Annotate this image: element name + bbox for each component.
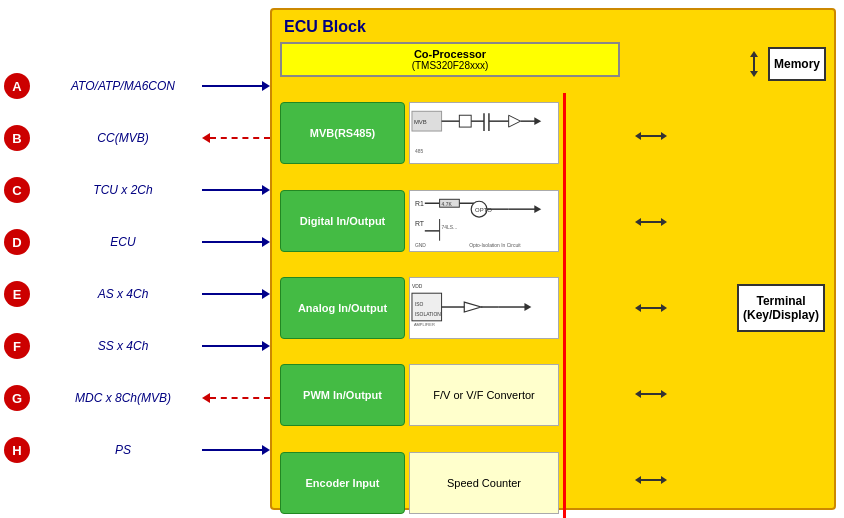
arrow-line-d [202,241,262,243]
arrow-dashed-left-b [202,133,270,143]
signal-label-f: SS x 4Ch [44,339,202,353]
badge-c: C [4,177,30,203]
red-vertical-line [563,93,566,518]
main-container: A ATO/ATP/MA6CON B CC(MVB) [0,0,844,518]
co-processor-bar: Co-Processor (TMS320F28xxx) [280,42,620,77]
svg-text:485: 485 [415,149,423,154]
signal-label-g: MDC x 8Ch(MVB) [44,391,202,405]
arrowhead-digital-right [661,218,667,226]
co-processor-subtitle: (TMS320F28xxx) [286,60,614,71]
analog-circuit-svg: VDD ISO ISOLATION AMPLIFIER [410,278,558,338]
module-pwm[interactable]: PWM In/Output [280,364,405,426]
arrow-line-f [202,345,262,347]
digital-circuit-svg: R1 4.7K OPTO RT 74LS... GND Opto-Isol [410,191,558,251]
arrow-solid-right-f [202,341,270,351]
badge-f: F [4,333,30,359]
svg-marker-10 [534,117,541,125]
arrow-digital-right [635,218,667,226]
arrow-line-e [202,293,262,295]
arrow-e [202,289,270,299]
signal-row-e: E AS x 4Ch [0,268,270,320]
module-digital[interactable]: Digital In/Output [280,190,405,252]
signal-row-d: D ECU [0,216,270,268]
v-arrow-dn-mem [750,71,758,77]
diagrams-column: MVB 485 R [409,93,559,518]
module-encoder[interactable]: Encoder Input [280,452,405,514]
arrow-line-c [202,189,262,191]
arrowhead-pwm-right [661,390,667,398]
arrow-b [202,133,270,143]
right-arrows-column [570,93,732,518]
signal-label-h: PS [44,443,202,457]
svg-text:OPTO: OPTO [475,207,492,213]
arrow-line-pwm [641,393,661,395]
diagram-digital: R1 4.7K OPTO RT 74LS... GND Opto-Isol [409,190,559,252]
signal-label-b: CC(MVB) [44,131,202,145]
mvb-circuit-svg: MVB 485 [410,103,558,163]
arrow-line-a [202,85,262,87]
arrow-c [202,185,270,195]
badge-h: H [4,437,30,463]
arrowhead-a [262,81,270,91]
co-processor-title: Co-Processor [286,48,614,60]
arrow-f [202,341,270,351]
module-mvb[interactable]: MVB(RS485) [280,102,405,164]
arrow-mvb-right [635,132,667,140]
arrow-a [202,81,270,91]
badge-b: B [4,125,30,151]
diagram-mvb: MVB 485 [409,102,559,164]
badge-d: D [4,229,30,255]
diagram-encoder: Speed Counter [409,452,559,514]
left-panel: A ATO/ATP/MA6CON B CC(MVB) [0,0,270,518]
svg-text:74LS...: 74LS... [442,224,458,229]
signal-row-c: C TCU x 2Ch [0,164,270,216]
arrow-line-digital [641,221,661,223]
ecu-block: ECU Block Co-Processor (TMS320F28xxx) Me… [270,8,836,510]
arrow-dashed-left-g [202,393,270,403]
arrowhead-d [262,237,270,247]
speed-counter-box: Speed Counter [410,453,558,513]
arrow-line-g [210,397,270,399]
arrowhead-c [262,185,270,195]
arrowhead-f [262,341,270,351]
signal-label-c: TCU x 2Ch [44,183,202,197]
arrow-solid-right-d [202,237,270,247]
signal-row-f: F SS x 4Ch [0,320,270,372]
svg-text:MVB: MVB [414,119,427,125]
arrow-solid-right-c [202,185,270,195]
module-analog[interactable]: Analog In/Output [280,277,405,339]
arrow-line-b [210,137,270,139]
signal-row-h: H PS [0,424,270,476]
arrow-line-analog [641,307,661,309]
arrowhead-h [262,445,270,455]
arrowhead-mvb-right [661,132,667,140]
svg-text:ISOLATION: ISOLATION [415,312,441,317]
terminal-label: Terminal(Key/Display) [743,294,819,322]
signal-row-g: G MDC x 8Ch(MVB) [0,372,270,424]
arrow-solid-right-a [202,81,270,91]
ecu-inner: MVB(RS485) Digital In/Output Analog In/O… [280,93,826,518]
svg-text:RT: RT [415,220,425,227]
modules-column: MVB(RS485) Digital In/Output Analog In/O… [280,93,405,518]
arrowhead-g [202,393,210,403]
svg-marker-26 [534,205,541,213]
arrow-solid-right-e [202,289,270,299]
arrowhead-b [202,133,210,143]
ecu-title: ECU Block [280,18,826,36]
signal-label-e: AS x 4Ch [44,287,202,301]
arrowhead-e [262,289,270,299]
badge-e: E [4,281,30,307]
arrow-line-encoder [641,479,661,481]
badge-g: G [4,385,30,411]
arrow-solid-right-h [202,445,270,455]
svg-text:Opto-Isolation In Circuit: Opto-Isolation In Circuit [469,242,521,247]
v-arrow-line-mem [753,57,755,71]
memory-box: Memory [768,47,826,81]
svg-text:VDD: VDD [412,284,423,289]
arrow-d [202,237,270,247]
svg-marker-33 [464,302,481,312]
svg-text:GND: GND [415,242,426,247]
svg-marker-36 [524,303,531,311]
far-right-column: Terminal(Key/Display) [736,93,826,518]
signal-label-d: ECU [44,235,202,249]
